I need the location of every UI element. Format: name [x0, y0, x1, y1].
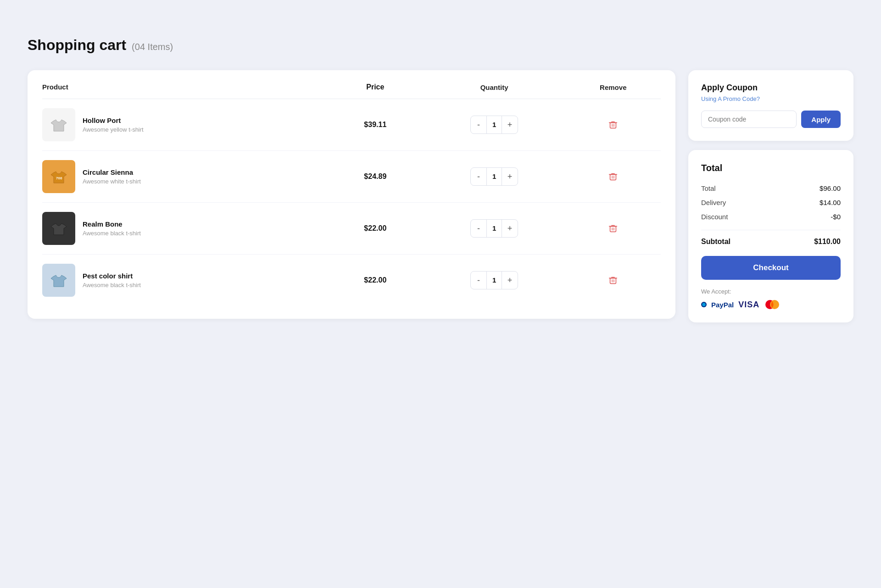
cart-panel: Product Price Quantity Remove Hollow Por…	[28, 70, 675, 319]
qty-increase-button[interactable]: +	[502, 220, 518, 237]
delivery-label: Delivery	[701, 199, 726, 206]
remove-button[interactable]	[606, 222, 620, 235]
product-image	[42, 212, 75, 245]
qty-value: 1	[486, 168, 502, 185]
total-title: Total	[701, 163, 841, 173]
product-info: Hollow Port Awesome yellow t-shirt	[42, 108, 328, 141]
product-info: Realm Bone Awesome black t-shirt	[42, 212, 328, 245]
product-details: Pest color shirt Awesome black t-shirt	[83, 272, 141, 288]
product-name: Hollow Port	[83, 116, 144, 124]
remove-col	[566, 222, 661, 235]
coupon-subtitle: Using A Promo Code?	[701, 95, 841, 102]
quantity-control: - 1 +	[423, 219, 566, 238]
discount-label: Discount	[701, 213, 728, 221]
coupon-title: Apply Coupon	[701, 83, 841, 93]
quantity-control: - 1 +	[423, 116, 566, 134]
product-price: $24.89	[328, 172, 423, 181]
total-row-total: Total $96.00	[701, 184, 841, 192]
total-label: Total	[701, 184, 716, 192]
svg-rect-2	[610, 174, 616, 180]
qty-decrease-button[interactable]: -	[471, 220, 486, 237]
page-title: Shopping cart	[28, 37, 126, 54]
qty-increase-button[interactable]: +	[502, 272, 518, 289]
svg-rect-4	[610, 278, 616, 283]
qty-value: 1	[486, 272, 502, 289]
product-name: Pest color shirt	[83, 272, 141, 280]
qty-increase-button[interactable]: +	[502, 168, 518, 185]
total-rows: Total $96.00 Delivery $14.00 Discount -$…	[701, 184, 841, 221]
paypal-text: PayPal	[711, 301, 734, 309]
visa-icon: VISA	[738, 300, 759, 310]
product-name: Realm Bone	[83, 220, 141, 228]
total-row-delivery: Delivery $14.00	[701, 199, 841, 206]
product-description: Awesome white t-shirt	[83, 178, 141, 185]
product-details: Realm Bone Awesome black t-shirt	[83, 220, 141, 237]
qty-value: 1	[486, 220, 502, 237]
subtotal-label: Subtotal	[701, 238, 730, 246]
col-header-product: Product	[42, 83, 328, 91]
product-price: $22.00	[328, 224, 423, 233]
product-image	[42, 264, 75, 297]
discount-value: -$0	[831, 213, 841, 221]
quantity-control: - 1 +	[423, 271, 566, 289]
product-image: 700	[42, 160, 75, 193]
item-count: (04 Items)	[132, 42, 173, 52]
mastercard-icon	[764, 300, 781, 310]
quantity-control: - 1 +	[423, 167, 566, 186]
product-details: Circular Sienna Awesome white t-shirt	[83, 168, 141, 185]
coupon-row: Apply	[701, 111, 841, 128]
col-header-quantity: Quantity	[423, 83, 566, 91]
product-description: Awesome black t-shirt	[83, 282, 141, 288]
remove-button[interactable]	[606, 118, 620, 132]
qty-increase-button[interactable]: +	[502, 116, 518, 133]
remove-col	[566, 170, 661, 183]
apply-button[interactable]: Apply	[801, 111, 841, 128]
product-info: 700 Circular Sienna Awesome white t-shir…	[42, 160, 328, 193]
product-description: Awesome yellow t-shirt	[83, 126, 144, 133]
product-price: $39.11	[328, 121, 423, 129]
col-header-price: Price	[328, 83, 423, 91]
total-value: $96.00	[820, 184, 841, 192]
table-row: Hollow Port Awesome yellow t-shirt $39.1…	[42, 99, 661, 151]
table-row: 700 Circular Sienna Awesome white t-shir…	[42, 151, 661, 203]
qty-decrease-button[interactable]: -	[471, 272, 486, 289]
table-row: Pest color shirt Awesome black t-shirt $…	[42, 255, 661, 306]
remove-button[interactable]	[606, 273, 620, 287]
coupon-card: Apply Coupon Using A Promo Code? Apply	[688, 70, 853, 141]
right-panel: Apply Coupon Using A Promo Code? Apply T…	[688, 70, 853, 322]
product-description: Awesome black t-shirt	[83, 230, 141, 237]
divider	[701, 230, 841, 230]
col-header-remove: Remove	[566, 83, 661, 91]
product-details: Hollow Port Awesome yellow t-shirt	[83, 116, 144, 133]
remove-col	[566, 273, 661, 287]
paypal-icon: PayPal	[701, 300, 734, 309]
checkout-button[interactable]: Checkout	[701, 256, 841, 280]
svg-rect-3	[610, 226, 616, 232]
product-image	[42, 108, 75, 141]
product-price: $22.00	[328, 276, 423, 284]
qty-decrease-button[interactable]: -	[471, 116, 486, 133]
payment-icons: PayPal VISA	[701, 300, 841, 310]
product-name: Circular Sienna	[83, 168, 141, 176]
svg-rect-0	[610, 122, 616, 128]
total-row-discount: Discount -$0	[701, 213, 841, 221]
remove-col	[566, 118, 661, 132]
subtotal-value: $110.00	[814, 238, 841, 246]
product-info: Pest color shirt Awesome black t-shirt	[42, 264, 328, 297]
coupon-input[interactable]	[701, 111, 797, 128]
delivery-value: $14.00	[820, 199, 841, 206]
table-row: Realm Bone Awesome black t-shirt $22.00 …	[42, 203, 661, 255]
cart-table-header: Product Price Quantity Remove	[42, 83, 661, 99]
subtotal-row: Subtotal $110.00	[701, 238, 841, 246]
svg-point-6	[702, 303, 706, 306]
total-card: Total Total $96.00 Delivery $14.00 Disco…	[688, 150, 853, 322]
svg-text:700: 700	[56, 176, 62, 180]
remove-button[interactable]	[606, 170, 620, 183]
qty-value: 1	[486, 116, 502, 133]
qty-decrease-button[interactable]: -	[471, 168, 486, 185]
we-accept-label: We Accept:	[701, 288, 841, 295]
